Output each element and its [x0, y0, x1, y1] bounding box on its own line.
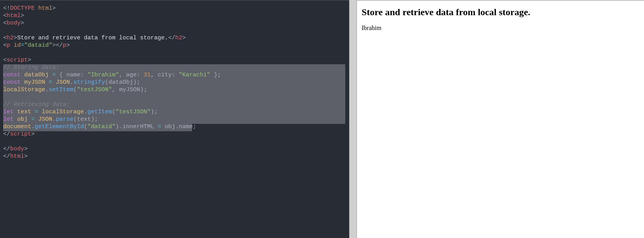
code-content[interactable]: <!DOCTYPE html> <html> <body> <h2>Store … [3, 5, 346, 160]
output-heading: Store and retrieve data from local stora… [362, 7, 639, 18]
output-pane: Store and retrieve data from local stora… [357, 0, 644, 238]
output-result: Ibrahim [362, 25, 639, 32]
pane-divider[interactable] [349, 0, 357, 238]
code-editor-pane[interactable]: <!DOCTYPE html> <html> <body> <h2>Store … [0, 0, 349, 238]
